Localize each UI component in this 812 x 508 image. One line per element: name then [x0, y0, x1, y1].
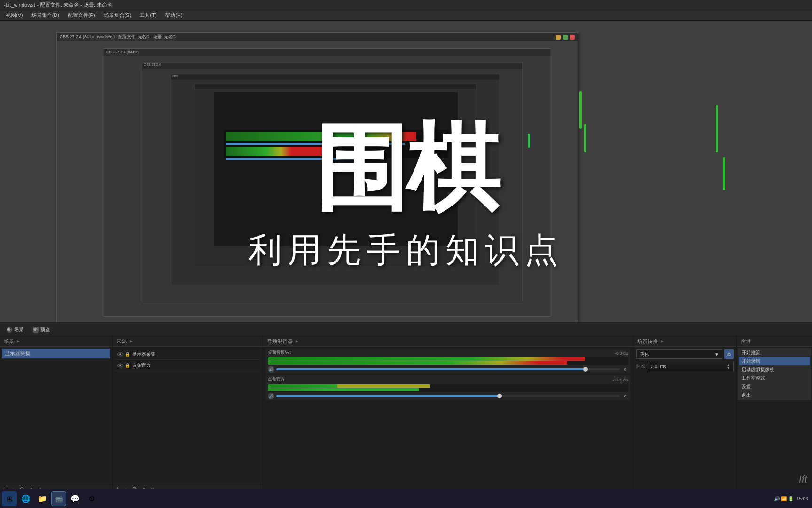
taskbar-start[interactable]: ⊞ — [2, 491, 17, 506]
transitions-label: 场景转换 — [637, 338, 658, 345]
menu-view[interactable]: 视图(V) — [2, 11, 27, 20]
level-indicator-4 — [716, 105, 718, 152]
source-eye-0[interactable] — [117, 352, 123, 356]
duration-spinner[interactable]: ▲ ▼ — [727, 363, 730, 370]
max-btn-l1[interactable] — [563, 35, 568, 40]
taskbar-discord[interactable]: 💬 — [68, 491, 83, 506]
controls-menu: 开始推流 开始录制 启动虚拟摄像机 工作室模式 设置 退出 — [738, 348, 811, 400]
level-indicator-5 — [723, 157, 725, 190]
btn-virtual-cam[interactable]: 启动虚拟摄像机 — [739, 365, 810, 374]
mixer-ch0-slider[interactable] — [276, 368, 620, 370]
taskbar-folder[interactable]: 📁 — [35, 491, 50, 506]
mixer-ch1-mute[interactable]: 🔊 — [268, 393, 274, 399]
ift-text: Ift — [799, 473, 807, 485]
settings-btn[interactable]: ⚙ 场景 — [4, 325, 26, 334]
taskbar-system-tray: 🔊 📶 🔋 15:09 — [770, 489, 812, 508]
level-indicator-2 — [584, 124, 586, 152]
source-item-0[interactable]: 🔒 显示器采集 — [115, 349, 261, 360]
transition-duration-label: 时长 — [636, 363, 646, 370]
eye-icon: 👁 — [33, 327, 39, 333]
source-name-1: 点兔官方 — [132, 362, 151, 369]
menu-scene-collection[interactable]: 场景集合(D) — [28, 11, 63, 20]
mixer-ch0-bar-R — [268, 361, 567, 365]
level-indicator-1 — [579, 91, 582, 129]
controls-bar-scene-label: 场景 — [14, 326, 23, 333]
level-indicator-3 — [528, 134, 530, 148]
obs-titlebar-l2: OBS 27.2.4 (64-bit) — [104, 49, 550, 56]
transitions-arrow: ▶ — [661, 339, 664, 343]
menu-tools[interactable]: 工具(T) — [136, 11, 160, 20]
scene-item-display[interactable]: 显示器采集 — [2, 349, 110, 359]
transitions-panel-header: 场景转换 ▶ — [633, 336, 736, 347]
audio-bar-2 — [226, 147, 327, 156]
obs-titlebar-l1: OBS 27.2.4 (64-bit, windows) - 配置文件: 无名G… — [57, 33, 578, 41]
transitions-panel: 场景转换 ▶ 淡化 ▼ ⚙ 时长 — [633, 336, 737, 494]
source-lock-0[interactable]: 🔒 — [125, 352, 130, 357]
controls-panel-body: 开始推流 开始录制 启动虚拟摄像机 工作室模式 设置 退出 — [737, 347, 812, 494]
mixer-ch1-bar-R — [268, 388, 419, 391]
mixer-channel-0: 桌面音频/Alt -0.0 dB 🔊 — [266, 349, 630, 373]
scenes-label: 场景 — [4, 338, 14, 345]
mixer-panel: 音频混音器 ▶ 桌面音频/Alt -0.0 dB — [263, 336, 633, 494]
transition-settings-btn[interactable]: ⚙ — [724, 349, 734, 359]
transition-type-select[interactable]: 淡化 ▼ — [636, 349, 722, 359]
overlay-title: 围棋 — [314, 105, 498, 232]
sources-label: 来源 — [117, 338, 127, 345]
scenes-panel: 场景 ▶ 显示器采集 + − ⚙ ∧ ∨ — [0, 336, 113, 494]
scenes-panel-body: 显示器采集 — [0, 347, 112, 484]
mixer-ch1-bar-container — [268, 384, 628, 392]
close-btn-l1[interactable] — [570, 35, 575, 40]
system-tray-icons: 🔊 📶 🔋 — [774, 496, 794, 501]
mixer-ch0-mute[interactable]: 🔊 — [268, 366, 274, 373]
btn-start-stream[interactable]: 开始推流 — [739, 349, 810, 357]
mixer-ch0-name: 桌面音频/Alt — [268, 349, 291, 356]
taskbar-obs[interactable]: 📹 — [51, 491, 66, 506]
mixer-ch0-controls: 🔊 ⚙ — [268, 366, 628, 373]
mixer-ch1-db: -13.1 dB — [612, 378, 628, 382]
transition-type-value: 淡化 — [640, 351, 649, 357]
menu-scene-collection2[interactable]: 场景集合(S) — [100, 11, 135, 20]
btn-studio-mode[interactable]: 工作室模式 — [739, 374, 810, 382]
transitions-panel-body: 淡化 ▼ ⚙ 时长 300 ms ▲ ▼ — [633, 347, 736, 494]
controls-bar: ⚙ 场景 👁 预览 — [0, 323, 812, 336]
preview-btn[interactable]: 👁 预览 — [30, 325, 53, 334]
source-item-1[interactable]: 🔒 点兔官方 — [115, 360, 261, 371]
source-eye-1[interactable] — [117, 364, 123, 367]
panels-row: 场景 ▶ 显示器采集 + − ⚙ ∧ ∨ — [0, 336, 812, 494]
transition-type-arrow: ▼ — [714, 352, 719, 357]
scene-item-label: 显示器采集 — [5, 350, 31, 357]
transition-type-row: 淡化 ▼ ⚙ — [636, 349, 734, 359]
mixer-ch1-slider[interactable] — [276, 395, 620, 397]
obs-titlebar-l4: OBS — [171, 74, 499, 80]
transition-duration-input[interactable]: 300 ms ▲ ▼ — [648, 362, 734, 371]
btn-start-rec[interactable]: 开始录制 — [739, 357, 810, 365]
mixer-ch0-bar-container — [268, 357, 628, 365]
btn-settings[interactable]: 设置 — [739, 382, 810, 391]
taskbar-clock: 15:09 — [796, 496, 808, 501]
mixer-ch1-controls: 🔊 ⚙ — [268, 393, 628, 399]
scenes-panel-header: 场景 ▶ — [0, 336, 112, 347]
obs-inner-title: OBS 27.2.4 (64-bit, windows) - 配置文件: 无名G… — [60, 34, 176, 40]
sources-panel-header: 来源 ▶ — [113, 336, 263, 347]
mixer-ch1-name: 点兔官方 — [268, 376, 285, 382]
obs-titlebar-l3: OBS 27.2.4 — [142, 63, 522, 69]
mixer-label: 音频混音器 — [267, 338, 293, 345]
controls-bar-preview-label: 预览 — [40, 326, 50, 333]
taskbar-browser[interactable]: 🌐 — [18, 491, 33, 506]
mixer-ch0-settings[interactable]: ⚙ — [622, 366, 628, 373]
menu-help[interactable]: 帮助(H) — [161, 11, 186, 20]
transition-duration-value: 300 ms — [651, 364, 666, 369]
mixer-ch0-bar-L — [268, 357, 585, 361]
controls-label: 控件 — [741, 338, 751, 345]
mixer-panel-body: 桌面音频/Alt -0.0 dB 🔊 — [263, 347, 633, 494]
mixer-ch0-db: -0.0 dB — [612, 351, 628, 356]
window-title: -bit_windows) - 配置文件: 未命名 - 场景: 未命名 — [4, 1, 112, 8]
menu-profile[interactable]: 配置文件(P) — [64, 11, 99, 20]
sources-panel: 来源 ▶ 🔒 显示器采集 🔒 点兔官方 + — [113, 336, 263, 494]
mixer-ch1-settings[interactable]: ⚙ — [622, 393, 628, 399]
btn-exit[interactable]: 退出 — [739, 391, 810, 399]
min-btn-l1[interactable] — [556, 35, 561, 40]
source-lock-1[interactable]: 🔒 — [125, 363, 130, 368]
taskbar-settings[interactable]: ⚙ — [84, 491, 99, 506]
mixer-arrow: ▶ — [296, 339, 298, 343]
